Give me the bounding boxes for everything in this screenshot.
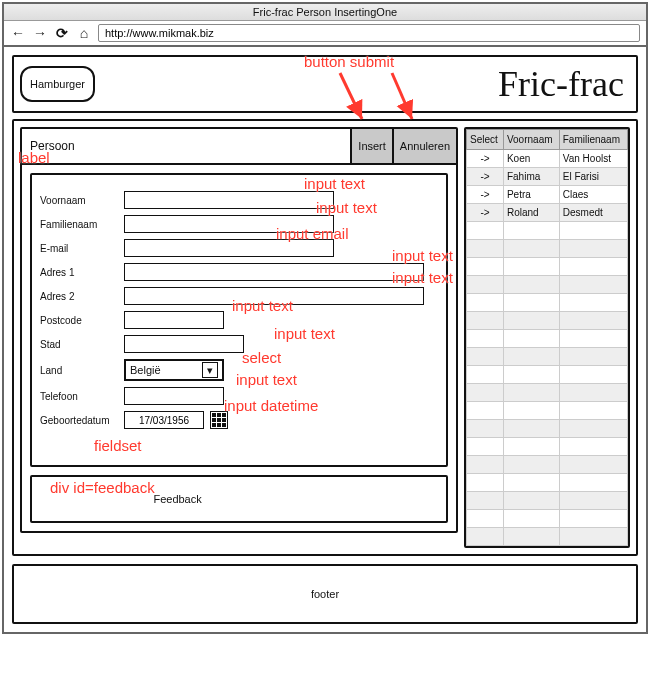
table-row-empty — [467, 474, 628, 492]
stad-input[interactable] — [124, 335, 244, 353]
stad-label: Stad — [40, 339, 118, 350]
reload-icon[interactable]: ⟳ — [54, 25, 70, 41]
hamburger-button[interactable]: Hamburger — [20, 66, 95, 102]
email-input[interactable] — [124, 239, 334, 257]
table-row-empty — [467, 312, 628, 330]
postcode-label: Postcode — [40, 315, 118, 326]
postcode-input[interactable] — [124, 311, 224, 329]
insert-button[interactable]: Insert — [350, 129, 392, 163]
table-row[interactable]: ->KoenVan Hoolst — [467, 150, 628, 168]
window-title: Fric-frac Person InsertingOne — [4, 4, 646, 21]
browser-toolbar: ← → ⟳ ⌂ — [4, 21, 646, 47]
back-icon[interactable]: ← — [10, 25, 26, 41]
browser-window: Fric-frac Person InsertingOne ← → ⟳ ⌂ Ha… — [2, 2, 648, 634]
telefoon-label: Telefoon — [40, 391, 118, 402]
familienaam-label: Familienaam — [40, 219, 118, 230]
table-row-empty — [467, 402, 628, 420]
person-panel: Persoon Insert Annuleren Voornaam Famili… — [20, 127, 458, 533]
land-select-value: België — [130, 364, 161, 376]
familienaam-input[interactable] — [124, 215, 334, 233]
table-row-empty — [467, 222, 628, 240]
voornaam-label: Voornaam — [40, 195, 118, 206]
person-table: Select Voornaam Familienaam ->KoenVan Ho… — [466, 129, 628, 546]
feedback-box: pad Feedback — [30, 475, 448, 523]
email-label: E-mail — [40, 243, 118, 254]
table-row-empty — [467, 492, 628, 510]
land-label: Land — [40, 365, 118, 376]
land-select[interactable]: België ▾ — [124, 359, 224, 381]
right-column: Select Voornaam Familienaam ->KoenVan Ho… — [464, 127, 630, 548]
page-footer: footer — [12, 564, 638, 624]
telefoon-input[interactable] — [124, 387, 224, 405]
table-row[interactable]: ->RolandDesmedt — [467, 204, 628, 222]
content-area: Persoon Insert Annuleren Voornaam Famili… — [12, 119, 638, 556]
table-row-empty — [467, 366, 628, 384]
app-header: Hamburger Fric-frac — [12, 55, 638, 113]
panel-title: Persoon — [22, 129, 350, 163]
table-row-empty — [467, 456, 628, 474]
feedback-text: Feedback — [153, 493, 201, 505]
table-row-empty — [467, 276, 628, 294]
adres2-input[interactable] — [124, 287, 424, 305]
table-row[interactable]: ->FahimaEl Farisi — [467, 168, 628, 186]
adres1-input[interactable] — [124, 263, 424, 281]
table-row-empty — [467, 348, 628, 366]
col-familienaam: Familienaam — [559, 130, 627, 150]
panel-header: Persoon Insert Annuleren — [22, 129, 456, 165]
adres2-label: Adres 2 — [40, 291, 118, 302]
geboorte-input[interactable] — [124, 411, 204, 429]
cancel-button[interactable]: Annuleren — [392, 129, 456, 163]
calendar-icon[interactable] — [210, 411, 228, 429]
table-row-empty — [467, 240, 628, 258]
table-row-empty — [467, 420, 628, 438]
geboorte-label: Geboortedatum — [40, 415, 118, 426]
url-field[interactable] — [98, 24, 640, 42]
chevron-down-icon: ▾ — [202, 362, 218, 378]
col-select: Select — [467, 130, 504, 150]
table-row-empty — [467, 510, 628, 528]
adres1-label: Adres 1 — [40, 267, 118, 278]
home-icon[interactable]: ⌂ — [76, 25, 92, 41]
table-row-empty — [467, 438, 628, 456]
table-row-empty — [467, 528, 628, 546]
col-voornaam: Voornaam — [503, 130, 559, 150]
app-brand: Fric-frac — [498, 63, 630, 105]
forward-icon[interactable]: → — [32, 25, 48, 41]
person-fieldset: Voornaam Familienaam E-mail Adres 1 — [30, 173, 448, 467]
voornaam-input[interactable] — [124, 191, 334, 209]
table-row[interactable]: ->PetraClaes — [467, 186, 628, 204]
table-row-empty — [467, 258, 628, 276]
table-row-empty — [467, 384, 628, 402]
left-column: Persoon Insert Annuleren Voornaam Famili… — [20, 127, 458, 548]
table-row-empty — [467, 330, 628, 348]
table-row-empty — [467, 294, 628, 312]
page: Hamburger Fric-frac Persoon Insert Annul… — [4, 47, 646, 632]
